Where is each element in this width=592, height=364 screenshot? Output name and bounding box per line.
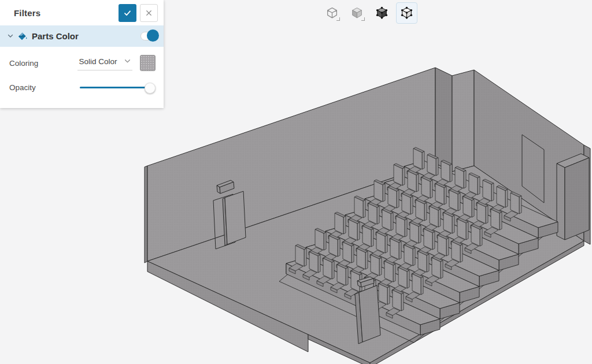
opacity-label: Opacity — [9, 83, 80, 92]
opacity-slider[interactable] — [80, 82, 156, 92]
filters-panel: Filters Parts Color — [0, 0, 164, 108]
paint-bucket-icon — [17, 31, 28, 42]
wireframe-mode-button[interactable] — [321, 2, 343, 24]
apply-button[interactable] — [119, 4, 136, 22]
close-button[interactable] — [140, 4, 158, 22]
chevron-down-icon — [124, 59, 131, 64]
section-label: Parts Color — [32, 31, 79, 41]
cube-shaded-edges-icon — [375, 6, 388, 20]
cube-edges-vertices-icon — [400, 6, 413, 20]
dropdown-corner-icon — [336, 17, 340, 21]
parts-color-section-header[interactable]: Parts Color — [0, 25, 164, 47]
color-swatch[interactable] — [140, 55, 156, 71]
slider-thumb[interactable] — [145, 83, 156, 94]
dropdown-corner-icon — [361, 17, 365, 21]
chevron-down-icon — [8, 34, 13, 38]
panel-title: Filters — [14, 8, 40, 18]
coloring-row: Coloring Solid Color — [9, 53, 156, 73]
opacity-row: Opacity — [9, 77, 156, 98]
slider-fill — [80, 87, 151, 89]
close-icon — [145, 9, 153, 17]
panel-header: Filters — [0, 0, 164, 25]
coloring-label: Coloring — [9, 59, 77, 68]
panel-body: Coloring Solid Color Opacity — [0, 47, 164, 108]
parts-color-toggle[interactable] — [140, 32, 157, 40]
render-mode-toolbar — [321, 2, 417, 24]
coloring-value: Solid Color — [79, 57, 117, 66]
shaded-edges-mode-button[interactable] — [371, 2, 393, 24]
coloring-dropdown[interactable]: Solid Color — [77, 56, 132, 70]
toggle-knob — [147, 29, 159, 42]
edges-vertices-mode-button[interactable] — [396, 2, 417, 24]
solid-mode-button[interactable] — [346, 2, 368, 24]
check-icon — [123, 9, 132, 17]
